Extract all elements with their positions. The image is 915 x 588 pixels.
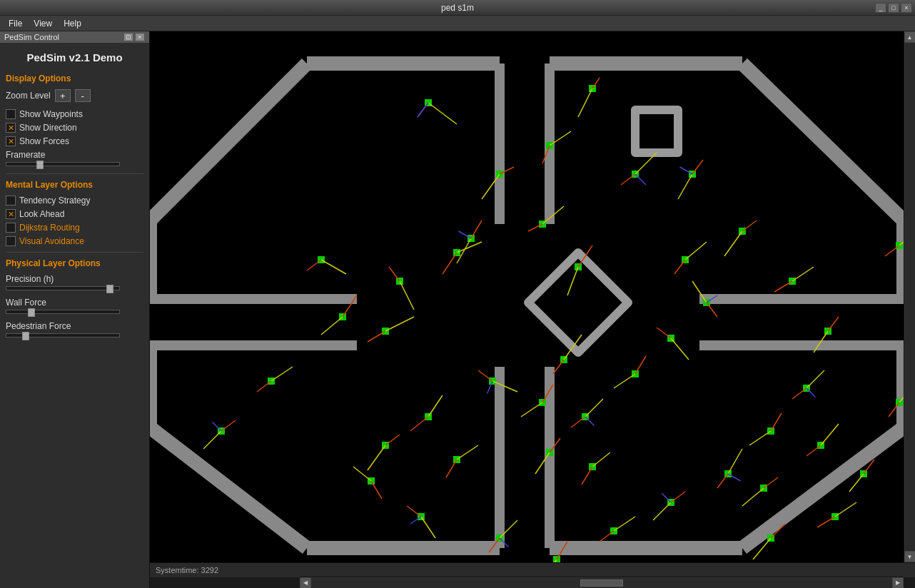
status-bar: Systemtime: 3292 [150, 563, 915, 577]
ped-force-slider[interactable] [6, 333, 120, 338]
bottom-scrollbar: ◀ ▶ [300, 577, 904, 588]
divider-1 [6, 173, 143, 174]
precision-container: Precision (h) [6, 274, 143, 290]
title-bar: ped s1m _ □ × [0, 0, 915, 16]
divider-2 [6, 252, 143, 253]
right-scrollbar: ▲ ▼ [904, 31, 915, 562]
wall-force-slider[interactable] [6, 310, 120, 314]
wall-force-label: Wall Force [6, 298, 143, 308]
show-waypoints-checkbox[interactable] [6, 109, 16, 119]
dijkstra-routing-label: Dijkstra Routing [19, 223, 80, 233]
panel-content: PedSim v2.1 Demo Display Options Zoom Le… [0, 43, 149, 588]
main-layout: PedSim Control ⊡ × PedSim v2.1 Demo Disp… [0, 31, 915, 588]
panel-close-button[interactable]: × [135, 33, 145, 41]
left-panel: PedSim Control ⊡ × PedSim v2.1 Demo Disp… [0, 31, 150, 588]
framerate-slider[interactable] [6, 162, 120, 166]
tendency-strategy-checkbox[interactable] [6, 196, 16, 206]
show-direction-checkbox[interactable]: ✕ [6, 123, 16, 133]
app-title: PedSim v2.1 Demo [6, 51, 143, 64]
scroll-right-button[interactable]: ▶ [892, 577, 904, 589]
menu-view[interactable]: View [28, 17, 58, 30]
show-forces-label: Show Forces [19, 136, 69, 146]
physical-options-header: Physical Layer Options [6, 258, 143, 268]
simulation-canvas [150, 31, 904, 562]
dijkstra-routing-row: Dijkstra Routing [6, 223, 143, 233]
look-ahead-label: Look Ahead [19, 209, 64, 219]
show-forces-checkbox[interactable]: ✕ [6, 136, 16, 146]
display-options-header: Display Options [6, 74, 143, 83]
panel-title: PedSim Control [4, 33, 59, 41]
hscroll-track[interactable] [311, 578, 892, 588]
show-forces-row: ✕ Show Forces [6, 136, 143, 146]
zoom-row: Zoom Level + - [6, 89, 143, 102]
panel-titlebar: PedSim Control ⊡ × [0, 31, 149, 43]
scroll-left-button[interactable]: ◀ [300, 577, 311, 589]
precision-thumb[interactable] [106, 285, 113, 293]
look-ahead-row: ✕ Look Ahead [6, 209, 143, 219]
zoom-minus-button[interactable]: - [75, 89, 91, 102]
framerate-label: Framerate [6, 150, 143, 160]
ped-force-container: Pedestrian Force [6, 321, 143, 338]
status-text: Systemtime: 3292 [156, 566, 218, 574]
hscroll-thumb[interactable] [580, 579, 623, 587]
precision-slider[interactable] [6, 286, 120, 290]
precision-label: Precision (h) [6, 274, 143, 284]
scroll-up-button[interactable]: ▲ [904, 31, 916, 43]
maximize-button[interactable]: □ [888, 3, 899, 13]
dijkstra-routing-checkbox[interactable] [6, 223, 16, 233]
visual-avoidance-checkbox[interactable] [6, 236, 16, 246]
scroll-down-button[interactable]: ▼ [904, 551, 916, 562]
ped-force-label: Pedestrian Force [6, 321, 143, 331]
show-direction-row: ✕ Show Direction [6, 123, 143, 133]
ped-force-thumb[interactable] [22, 332, 29, 340]
simulation-area[interactable] [150, 31, 904, 562]
framerate-thumb[interactable] [36, 161, 44, 169]
show-direction-label: Show Direction [19, 123, 77, 133]
close-button[interactable]: × [901, 3, 912, 13]
mental-options-header: Mental Layer Options [6, 180, 143, 190]
show-waypoints-label: Show Waypoints [19, 109, 83, 119]
menu-help[interactable]: Help [58, 17, 87, 30]
framerate-container: Framerate [6, 150, 143, 166]
show-waypoints-row: Show Waypoints [6, 109, 143, 119]
wall-force-thumb[interactable] [28, 308, 35, 317]
menu-bar: File View Help [0, 16, 915, 31]
tendency-strategy-label: Tendency Strategy [19, 196, 90, 206]
wall-force-container: Wall Force [6, 298, 143, 314]
minimize-button[interactable]: _ [875, 3, 886, 13]
panel-float-button[interactable]: ⊡ [123, 33, 133, 41]
menu-file[interactable]: File [3, 17, 28, 30]
zoom-plus-button[interactable]: + [55, 89, 71, 102]
zoom-label: Zoom Level [6, 91, 51, 101]
visual-avoidance-row: Visual Avoidance [6, 236, 143, 246]
visual-avoidance-label: Visual Avoidance [19, 236, 84, 246]
window-title: ped s1m [441, 3, 474, 13]
tendency-strategy-row: Tendency Strategy [6, 196, 143, 206]
vscroll-track[interactable] [905, 43, 915, 551]
look-ahead-checkbox[interactable]: ✕ [6, 209, 16, 219]
